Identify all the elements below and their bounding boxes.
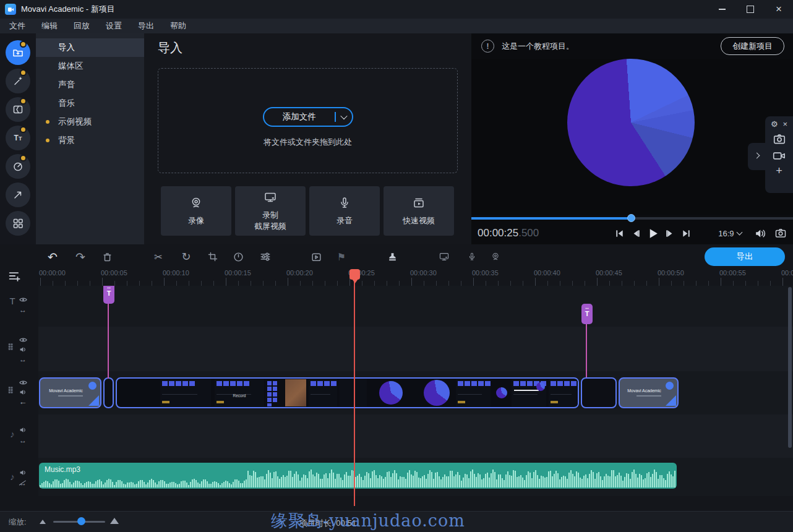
category-sounds[interactable]: 声音	[36, 75, 144, 94]
quick-video-icon	[412, 196, 426, 210]
add-files-dropdown[interactable]	[336, 114, 352, 119]
playhead-handle[interactable]	[349, 269, 360, 280]
track2-visibility-toggle[interactable]	[18, 335, 28, 345]
redo-button[interactable]: ↷	[72, 249, 88, 265]
rotate-button[interactable]: ↻	[178, 249, 194, 265]
crop-button[interactable]	[205, 249, 221, 265]
delete-button[interactable]	[99, 249, 115, 265]
track2-link-toggle[interactable]: ↔	[18, 354, 28, 364]
seek-bar[interactable]	[471, 215, 793, 222]
skip-start-button[interactable]	[612, 226, 627, 241]
snapshot-photo-button[interactable]	[773, 132, 786, 146]
timeline-section: ↶ ↷ ✂ ↻ ⚑ 导出	[0, 244, 793, 511]
menu-edit[interactable]: 编辑	[33, 19, 66, 33]
rail-more-tools-button[interactable]	[6, 211, 30, 236]
color-adjustments-button[interactable]	[257, 249, 273, 265]
transition-wizard-button[interactable]	[308, 249, 324, 265]
vertical-scrollbar[interactable]	[788, 287, 792, 448]
record-audio-button[interactable]: 录音	[309, 186, 380, 236]
menu-help[interactable]: 帮助	[162, 19, 194, 33]
stamp-icon	[387, 252, 398, 262]
track3-mute-toggle[interactable]	[18, 387, 28, 397]
video-clip-short[interactable]	[103, 377, 114, 408]
track2-mute-toggle[interactable]	[18, 345, 28, 354]
menu-settings[interactable]: 设置	[98, 19, 130, 33]
previous-frame-button[interactable]	[628, 226, 643, 241]
ruler-tick	[300, 281, 301, 286]
video-clip-intro[interactable]: Movavi Academic	[39, 377, 101, 408]
volume-button[interactable]	[754, 226, 767, 241]
audio-clip-music[interactable]: Music.mp3	[39, 463, 677, 489]
video-clip-empty[interactable]	[581, 377, 617, 408]
title-clip-marker[interactable]: ↔T	[581, 304, 593, 324]
zoom-slider-handle[interactable]	[77, 517, 85, 525]
category-import[interactable]: 导入	[36, 38, 144, 57]
webcam-capture-button[interactable]	[487, 249, 504, 265]
rail-pan-zoom-button[interactable]	[6, 154, 30, 179]
track3-visibility-toggle[interactable]	[18, 377, 28, 387]
ruler-tick	[696, 281, 697, 286]
menu-file[interactable]: 文件	[1, 19, 33, 33]
maximize-button[interactable]	[736, 0, 765, 19]
title-clip-marker[interactable]: ↔T	[103, 286, 114, 304]
gear-icon[interactable]: ⚙	[771, 119, 778, 129]
export-button[interactable]: 导出	[705, 247, 785, 266]
record-clip-button[interactable]	[772, 149, 787, 163]
timeline-ruler[interactable]: 00:00:0000:00:0500:00:1000:00:1500:00:20…	[0, 267, 793, 286]
screen-capture-button[interactable]	[436, 249, 452, 265]
stamp-tool-button[interactable]	[384, 249, 400, 265]
aspect-ratio-dropdown[interactable]: 16:9	[718, 229, 741, 238]
rail-animation-button[interactable]	[6, 182, 30, 207]
category-music[interactable]: 音乐	[36, 94, 144, 113]
rail-titles-button[interactable]: TT	[6, 126, 30, 150]
record-video-button[interactable]: 录像	[161, 186, 231, 236]
create-new-project-button[interactable]: 创建新项目	[721, 37, 784, 55]
ruler-tick	[325, 281, 325, 286]
track3-back-arrow[interactable]: ←	[18, 397, 28, 407]
marker-flag-button[interactable]: ⚑	[333, 249, 349, 265]
close-button[interactable]: ×	[765, 0, 793, 19]
category-sample-videos[interactable]: 示例视频	[36, 113, 144, 131]
video-clip-outro[interactable]: Movavi Academic	[619, 377, 679, 408]
undo-button[interactable]: ↶	[45, 249, 61, 265]
menu-export[interactable]: 导出	[130, 19, 162, 33]
record-screen-button[interactable]: 录制截屏视频	[235, 186, 306, 236]
category-backgrounds[interactable]: 背景	[36, 131, 144, 150]
cut-button[interactable]: ✂	[150, 249, 166, 265]
ruler-tick	[572, 281, 573, 286]
zoom-out-button[interactable]	[40, 520, 46, 524]
track5-unlink-toggle[interactable]: ↔	[18, 478, 28, 488]
category-media-bin[interactable]: 媒体区	[36, 57, 144, 75]
voice-record-button[interactable]	[464, 249, 480, 265]
seek-handle[interactable]	[627, 214, 635, 222]
close-panel-icon[interactable]: ×	[783, 119, 788, 129]
track1-link-toggle[interactable]: ↔	[18, 305, 28, 315]
title-track-lane[interactable]	[38, 286, 793, 327]
panel-expand-tab[interactable]	[748, 143, 765, 170]
minimize-button[interactable]	[708, 0, 736, 19]
zoom-in-button[interactable]	[110, 518, 119, 524]
track4-mute-toggle[interactable]	[18, 425, 28, 435]
track5-mute-toggle[interactable]	[18, 468, 28, 478]
quick-video-button[interactable]: 快速视频	[384, 186, 454, 236]
rail-transitions-button[interactable]	[6, 97, 30, 122]
add-files-button[interactable]: 添加文件	[263, 107, 353, 127]
menu-playback[interactable]: 回放	[66, 19, 98, 33]
next-frame-button[interactable]	[662, 226, 677, 241]
play-button[interactable]	[645, 226, 660, 241]
ruler-tick	[733, 281, 734, 286]
rail-filters-button[interactable]	[6, 69, 30, 93]
ruler-tick	[102, 278, 103, 286]
overlay-track-lane[interactable]	[38, 327, 793, 371]
add-icon[interactable]: +	[776, 166, 782, 176]
track4-link-toggle[interactable]: ↔	[18, 435, 28, 445]
snapshot-button[interactable]	[774, 226, 787, 241]
file-drop-zone[interactable]: 添加文件 将文件或文件夹拖到此处	[158, 68, 458, 173]
add-track-button[interactable]	[7, 269, 21, 283]
audio-track-lane[interactable]	[38, 414, 793, 458]
rail-import-button[interactable]	[6, 40, 30, 65]
video-clip-main-recording[interactable]: Record	[116, 377, 579, 408]
skip-end-button[interactable]	[679, 226, 693, 241]
clip-speed-button[interactable]	[230, 249, 246, 265]
track1-visibility-toggle[interactable]	[18, 294, 28, 304]
